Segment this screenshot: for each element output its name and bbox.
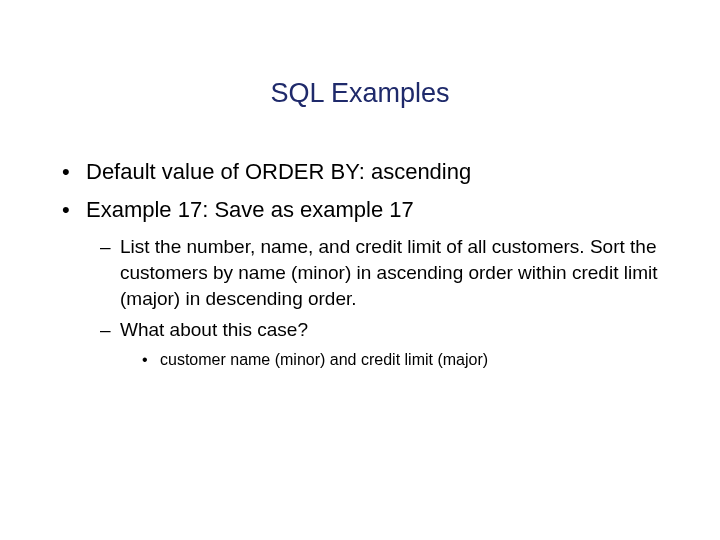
list-item: customer name (minor) and credit limit (… xyxy=(142,349,660,371)
list-item-text: Example 17: Save as example 17 xyxy=(86,197,414,222)
slide: SQL Examples Default value of ORDER BY: … xyxy=(0,78,720,540)
list-item-text: What about this case? xyxy=(120,319,308,340)
list-item: Example 17: Save as example 17 List the … xyxy=(60,195,660,371)
bullet-list-level1: Default value of ORDER BY: ascending Exa… xyxy=(60,157,660,371)
bullet-list-level3: customer name (minor) and credit limit (… xyxy=(142,349,660,371)
slide-title: SQL Examples xyxy=(0,78,720,109)
bullet-list-level2: List the number, name, and credit limit … xyxy=(100,234,660,370)
list-item: Default value of ORDER BY: ascending xyxy=(60,157,660,187)
list-item: What about this case? customer name (min… xyxy=(100,317,660,370)
slide-content: Default value of ORDER BY: ascending Exa… xyxy=(60,157,660,371)
list-item: List the number, name, and credit limit … xyxy=(100,234,660,311)
